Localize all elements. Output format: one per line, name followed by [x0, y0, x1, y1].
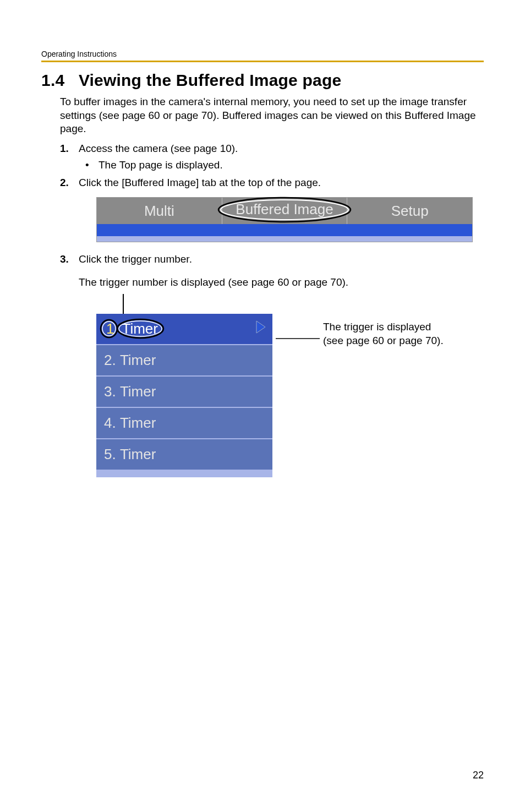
- trigger-2-index: 2.: [104, 352, 116, 369]
- trigger-item-3[interactable]: 3. Timer: [96, 377, 272, 408]
- column-indicator-tick: [123, 294, 124, 314]
- step-1: 1. Access the camera (see page 10).: [60, 141, 484, 156]
- trigger-list: 1 Timer 2. Timer 3. Timer 4. Timer: [96, 314, 272, 477]
- tab-buffered-image[interactable]: Buffered Image: [222, 198, 347, 224]
- step-3-number: 3.: [60, 252, 79, 266]
- trigger-1-label: Timer: [122, 320, 157, 337]
- step-1-number: 1.: [60, 141, 79, 156]
- trigger-4-index: 4.: [104, 415, 116, 432]
- tabs-blue-strip: [97, 224, 472, 236]
- trigger-1-index: 1: [106, 320, 114, 337]
- trigger-3-label: Timer: [120, 383, 156, 400]
- trigger-2-label: Timer: [120, 352, 156, 369]
- trigger-item-4[interactable]: 4. Timer: [96, 408, 272, 439]
- section-number: 1.4: [41, 71, 64, 89]
- running-head: Operating Instructions: [41, 50, 484, 58]
- step-1-bullet: • The Top page is displayed.: [85, 159, 484, 171]
- step-3-text: Click the trigger number.: [79, 252, 192, 266]
- callout-line-2: (see page 60 or page 70).: [323, 334, 444, 348]
- tabs-screenshot: Multi Buffered Image Setup: [96, 197, 473, 242]
- step-2-text: Click the [Buffered Image] tab at the to…: [79, 176, 321, 190]
- section-title-text: Viewing the Buffered Image page: [79, 71, 341, 89]
- trigger-item-5[interactable]: 5. Timer: [96, 439, 272, 471]
- header-rule: [41, 61, 484, 62]
- trigger-4-label: Timer: [120, 415, 156, 432]
- tab-setup[interactable]: Setup: [347, 198, 472, 224]
- step-2: 2. Click the [Buffered Image] tab at the…: [60, 176, 484, 190]
- trigger-5-label: Timer: [120, 446, 156, 463]
- step-1-bullet-text: The Top page is displayed.: [99, 159, 223, 171]
- callout-leader-line-icon: [276, 336, 320, 391]
- section-heading: 1.4 Viewing the Buffered Image page: [41, 71, 484, 90]
- callout-note: The trigger is displayed (see page 60 or…: [323, 320, 444, 347]
- page-number: 22: [473, 770, 484, 781]
- trigger-5-index: 5.: [104, 446, 116, 463]
- callout-line-1: The trigger is displayed: [323, 320, 444, 334]
- trigger-item-2[interactable]: 2. Timer: [96, 345, 272, 377]
- tab-active-oval-icon: Buffered Image: [213, 194, 356, 225]
- step-3-note: The trigger number is displayed (see pag…: [79, 276, 484, 288]
- trigger-item-1[interactable]: 1 Timer: [96, 314, 272, 345]
- bullet-dot-icon: •: [85, 159, 99, 171]
- step-1-text: Access the camera (see page 10).: [79, 141, 238, 156]
- step-2-number: 2.: [60, 176, 79, 190]
- tabs-grey-strip: [97, 236, 472, 242]
- trigger-figure: 1 Timer 2. Timer 3. Timer 4. Timer: [96, 294, 484, 477]
- tab-multi[interactable]: Multi: [97, 198, 222, 224]
- tab-row: Multi Buffered Image Setup: [97, 198, 472, 224]
- tab-buffered-label: Buffered Image: [236, 201, 333, 217]
- intro-paragraph: To buffer images in the camera's interna…: [60, 95, 484, 136]
- svg-marker-6: [256, 321, 265, 333]
- step-3: 3. Click the trigger number.: [60, 252, 484, 266]
- trigger-3-index: 3.: [104, 383, 116, 400]
- play-icon: [255, 320, 267, 338]
